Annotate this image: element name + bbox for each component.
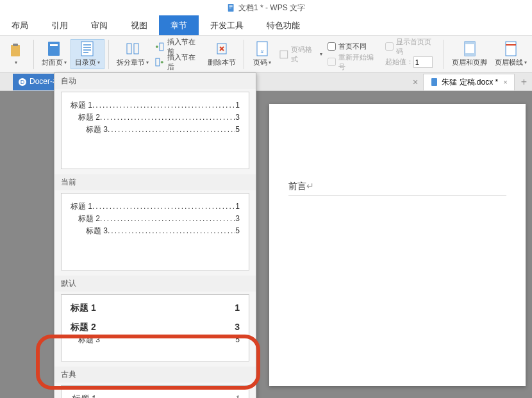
menu-reference[interactable]: 引用: [40, 15, 79, 35]
menu-devtools[interactable]: 开发工具: [199, 15, 255, 35]
show-first-page-number-checkbox: 显示首页页码: [385, 40, 437, 54]
toc-section-classic: 古典: [54, 367, 256, 383]
toc-page-button[interactable]: 目录页▾: [71, 39, 104, 69]
toc-preview-classic[interactable]: 标题 11 标题: [61, 385, 249, 398]
toc-section-auto: 自动: [54, 73, 256, 89]
cover-page-button[interactable]: 封面页▾: [38, 40, 71, 69]
chevron-down-icon: ▾: [97, 60, 100, 65]
document-icon: [227, 3, 236, 12]
svg-rect-24: [506, 42, 516, 56]
svg-text:D: D: [21, 79, 25, 85]
svg-rect-28: [431, 78, 437, 86]
svg-rect-4: [11, 45, 20, 56]
ribbon: ▾ 封面页▾ 目录页▾ 拆分章节▾ 插入节在前 插入节在后: [0, 36, 532, 73]
menu-layout[interactable]: 布局: [0, 15, 40, 35]
page-number-icon: #: [254, 41, 270, 56]
menu-bar: 布局 引用 审阅 视图 章节 开发工具 特色功能: [0, 15, 532, 36]
add-tab-button[interactable]: +: [516, 76, 532, 88]
toc-section-default: 默认: [54, 276, 256, 292]
insert-before-icon: [154, 42, 165, 52]
tab-close-icon[interactable]: ×: [413, 77, 418, 87]
delete-section-button[interactable]: 删除本节: [204, 40, 240, 69]
svg-rect-23: [465, 53, 475, 56]
svg-rect-15: [160, 43, 163, 51]
page-format-icon: [279, 49, 289, 60]
restart-numbering-checkbox: 重新开始编号: [328, 55, 379, 69]
chevron-down-icon: ▾: [15, 60, 17, 65]
start-value-input[interactable]: [413, 56, 433, 68]
document-page[interactable]: 前言↵: [269, 104, 526, 386]
menu-section[interactable]: 章节: [159, 15, 199, 35]
toc-section-current: 当前: [54, 174, 256, 190]
different-first-checkbox[interactable]: 首页不同: [328, 40, 379, 54]
insert-section-after-button[interactable]: 插入节在后: [154, 55, 202, 69]
header-footer-button[interactable]: 页眉和页脚: [448, 40, 491, 69]
svg-rect-16: [156, 58, 160, 66]
svg-rect-6: [48, 42, 60, 56]
toc-dropdown-panel: 自动 标题 11 标题 23 标题 35 当前 标题 11 标题 23 标题 3…: [54, 72, 256, 398]
page-number-button[interactable]: # 页码▾: [248, 40, 276, 69]
split-section-icon: [125, 41, 140, 56]
cover-page-icon: [46, 41, 62, 56]
chevron-down-icon: ▾: [524, 60, 527, 65]
close-icon[interactable]: ×: [503, 78, 507, 86]
window-title: 文档1 * - WPS 文字: [238, 3, 305, 13]
toc-preview-default[interactable]: 标题 11 标题 23 标题 35: [61, 294, 249, 361]
svg-rect-14: [134, 44, 138, 54]
insert-section-before-button[interactable]: 插入节在前: [154, 40, 202, 54]
chevron-down-icon: ▾: [269, 60, 271, 65]
page-format-button: 页码格式▾: [279, 47, 323, 62]
title-bar: 文档1 * - WPS 文字: [0, 0, 532, 15]
svg-rect-13: [127, 44, 131, 54]
split-section-button[interactable]: 拆分章节▾: [113, 40, 152, 69]
delete-section-icon: [214, 41, 229, 56]
svg-text:#: #: [261, 49, 264, 54]
paste-icon: [8, 43, 23, 58]
page-heading[interactable]: 前言↵: [288, 181, 506, 195]
menu-review[interactable]: 审阅: [79, 15, 119, 35]
docer-icon: D: [18, 78, 27, 87]
different-first-input[interactable]: [328, 42, 336, 51]
insert-after-icon: [154, 57, 165, 67]
chevron-down-icon: ▾: [64, 60, 67, 65]
svg-rect-3: [229, 8, 231, 8]
toc-page-icon: [79, 41, 95, 56]
start-value-row: 起始值：: [385, 55, 437, 69]
toc-preview-current[interactable]: 标题 11 标题 23 标题 35: [61, 193, 249, 270]
restart-numbering-input: [328, 58, 336, 66]
header-footer-icon: [462, 41, 478, 56]
svg-rect-1: [229, 6, 232, 6]
svg-rect-20: [280, 51, 288, 58]
svg-rect-8: [81, 42, 93, 56]
menu-special[interactable]: 特色功能: [255, 15, 312, 35]
svg-rect-7: [50, 44, 58, 46]
toc-preview-auto[interactable]: 标题 11 标题 23 标题 35: [61, 92, 249, 169]
chevron-down-icon: ▾: [146, 60, 149, 65]
header-line-button[interactable]: 页眉横线▾: [491, 40, 531, 69]
document-icon: [430, 78, 439, 87]
show-first-page-number-input: [385, 42, 394, 51]
header-line-icon: [503, 41, 519, 56]
svg-rect-2: [229, 6, 232, 7]
svg-rect-22: [465, 42, 475, 44]
svg-rect-5: [13, 44, 18, 46]
menu-view[interactable]: 视图: [119, 15, 159, 35]
document-tab[interactable]: 朱猛 定稿.docx * ×: [423, 74, 514, 90]
paste-button[interactable]: ▾: [1, 42, 29, 67]
